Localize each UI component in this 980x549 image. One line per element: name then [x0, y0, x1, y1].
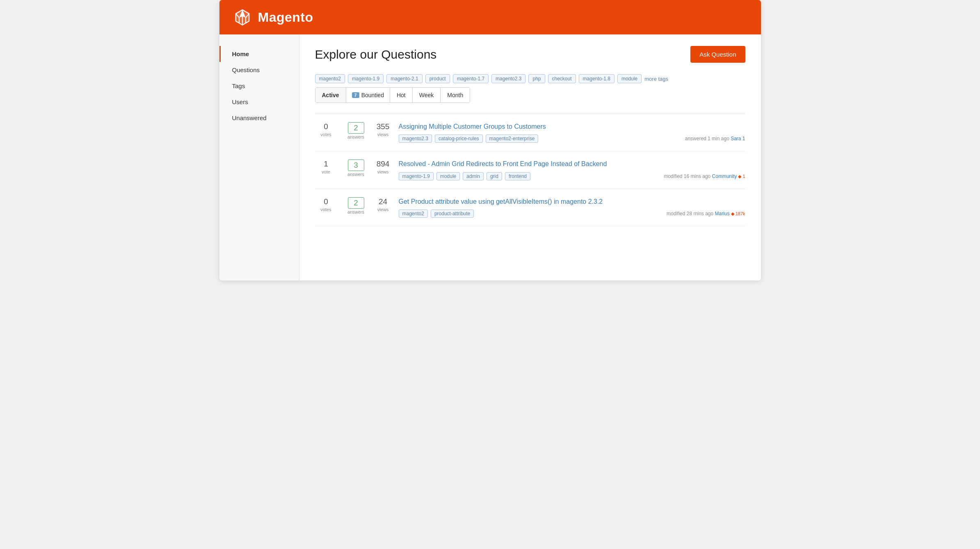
sort-btn-active[interactable]: Active — [315, 88, 346, 103]
sidebar-item-users[interactable]: Users — [219, 94, 299, 110]
answers-stat: 2answers — [345, 197, 368, 214]
bountied-badge: 7 — [352, 92, 359, 98]
answers-stat: 3answers — [345, 159, 368, 177]
sort-btn-week[interactable]: Week — [413, 88, 441, 103]
tag-badge[interactable]: php — [528, 74, 545, 83]
question-meta-user[interactable]: Marius — [715, 211, 730, 216]
votes-count: 0 — [324, 122, 328, 131]
views-label: views — [377, 207, 389, 212]
logo-container: Magento — [233, 7, 313, 27]
site-title: Magento — [258, 10, 313, 25]
question-tag[interactable]: admin — [463, 172, 484, 180]
page-title: Explore our Questions — [315, 48, 437, 62]
tag-badge[interactable]: magento-2.1 — [386, 74, 422, 83]
tag-badge[interactable]: checkout — [548, 74, 576, 83]
question-meta: answered 1 min ago Sara 1 — [685, 136, 745, 141]
question-tag[interactable]: product-attribute — [431, 210, 474, 218]
ask-question-button[interactable]: Ask Question — [690, 46, 745, 63]
question-tags-meta: magento-1.9moduleadmingridfrontendmodifi… — [399, 172, 745, 180]
votes-count: 1 — [324, 159, 328, 169]
question-tag[interactable]: module — [436, 172, 460, 180]
question-meta-user[interactable]: Community — [712, 173, 737, 179]
views-label: views — [377, 132, 389, 137]
question-list: 0votes2answers355viewsAssigning Multiple… — [315, 114, 745, 226]
answers-label: answers — [347, 210, 364, 214]
question-item: 0votes2answers355viewsAssigning Multiple… — [315, 114, 745, 151]
views-count: 24 — [379, 197, 387, 206]
question-item: 1vote3answers894viewsResolved - Admin Gr… — [315, 151, 745, 189]
sidebar: Home Questions Tags Users Unanswered — [219, 34, 299, 280]
answers-count: 2 — [348, 197, 364, 209]
sidebar-item-unanswered[interactable]: Unanswered — [219, 110, 299, 126]
sort-btn-month[interactable]: Month — [441, 88, 470, 103]
page-header-row: Explore our Questions Ask Question — [315, 46, 745, 63]
votes-label: votes — [320, 132, 331, 137]
answers-count: 2 — [348, 122, 364, 134]
site-header: Magento — [219, 0, 761, 34]
views-count: 894 — [377, 159, 390, 169]
tag-badge[interactable]: magento-1.9 — [348, 74, 384, 83]
tag-badge[interactable]: magento2.3 — [491, 74, 525, 83]
question-title[interactable]: Resolved - Admin Grid Redirects to Front… — [399, 159, 745, 169]
sort-btn-bountied[interactable]: 7 Bountied — [346, 88, 390, 103]
question-meta: modified 28 mins ago Marius ◆ 187k — [667, 211, 745, 216]
votes-stat: 1vote — [315, 159, 337, 174]
magento-logo-icon — [233, 7, 252, 27]
question-tag[interactable]: magento2 — [399, 210, 428, 218]
sidebar-item-home[interactable]: Home — [219, 46, 299, 62]
question-meta-user[interactable]: Sara 1 — [731, 136, 745, 141]
answers-label: answers — [347, 134, 364, 139]
votes-label: votes — [320, 207, 331, 212]
body-layout: Home Questions Tags Users Unanswered Exp… — [219, 34, 761, 280]
sidebar-item-questions[interactable]: Questions — [219, 62, 299, 78]
question-tag[interactable]: catalog-price-rules — [435, 134, 483, 143]
question-meta: modified 16 mins ago Community ◆ 1 — [664, 173, 745, 179]
tag-badge[interactable]: product — [425, 74, 450, 83]
question-tag[interactable]: grid — [487, 172, 502, 180]
views-stat: 894views — [375, 159, 391, 174]
votes-stat: 0votes — [315, 122, 337, 137]
question-tags-meta: magento2product-attributemodified 28 min… — [399, 210, 745, 218]
question-tag[interactable]: frontend — [505, 172, 530, 180]
question-title[interactable]: Get Product attribute value using getAll… — [399, 197, 745, 206]
views-count: 355 — [377, 122, 390, 131]
views-label: views — [377, 169, 389, 174]
user-badge: ◆ 187k — [730, 211, 745, 216]
more-tags-link[interactable]: more tags — [644, 76, 668, 82]
votes-label: vote — [322, 169, 330, 174]
sort-btn-hot[interactable]: Hot — [390, 88, 413, 103]
question-tags-meta: magento2.3catalog-price-rulesmagento2-en… — [399, 134, 745, 143]
question-title[interactable]: Assigning Multiple Customer Groups to Cu… — [399, 122, 745, 131]
question-tag[interactable]: magento2.3 — [399, 134, 432, 143]
sort-group: Active7 BountiedHotWeekMonth — [315, 87, 471, 103]
tag-badge[interactable]: magento-1.7 — [453, 74, 489, 83]
question-item: 0votes2answers24viewsGet Product attribu… — [315, 189, 745, 226]
answers-count: 3 — [348, 159, 364, 171]
main-content: Explore our Questions Ask Question magen… — [299, 34, 761, 280]
sidebar-item-tags[interactable]: Tags — [219, 78, 299, 94]
tag-badge[interactable]: magento2 — [315, 74, 345, 83]
votes-stat: 0votes — [315, 197, 337, 212]
filter-row: magento2magento-1.9magento-2.1productmag… — [315, 74, 745, 103]
user-badge: ◆ 1 — [737, 174, 745, 179]
question-body: Resolved - Admin Grid Redirects to Front… — [399, 159, 745, 180]
tag-badge[interactable]: module — [617, 74, 642, 83]
votes-count: 0 — [324, 197, 328, 206]
views-stat: 24views — [375, 197, 391, 212]
answers-label: answers — [347, 172, 364, 177]
question-body: Assigning Multiple Customer Groups to Cu… — [399, 122, 745, 143]
tag-badge[interactable]: magento-1.8 — [579, 74, 614, 83]
answers-stat: 2answers — [345, 122, 368, 139]
views-stat: 355views — [375, 122, 391, 137]
question-body: Get Product attribute value using getAll… — [399, 197, 745, 218]
question-tag[interactable]: magento2-enterprise — [486, 134, 539, 143]
tags-row: magento2magento-1.9magento-2.1productmag… — [315, 74, 669, 83]
question-tag[interactable]: magento-1.9 — [399, 172, 434, 180]
